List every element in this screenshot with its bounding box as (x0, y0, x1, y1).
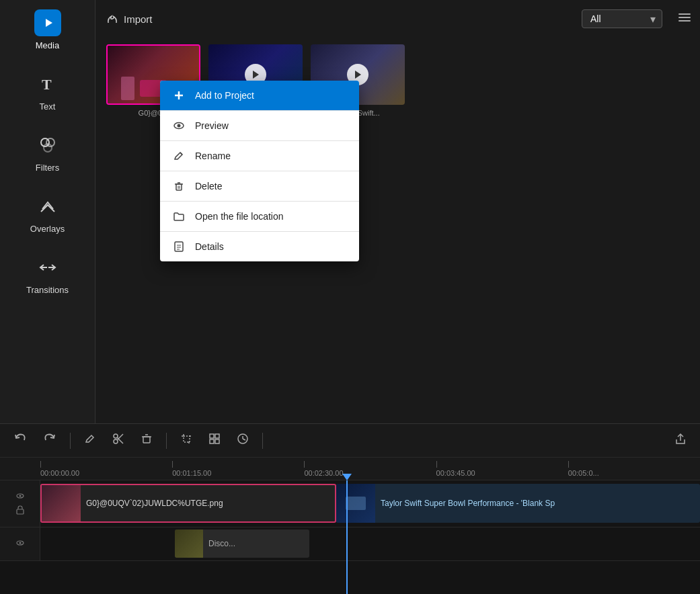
ctx-preview-label: Preview (195, 120, 229, 131)
track-body-1: G0}@0UQV`02)JUWLDC%UTGE.png Taylor Swift… (40, 480, 700, 527)
share-button[interactable] (672, 430, 689, 451)
eye-small-icon (15, 491, 25, 501)
track-visibility-btn[interactable] (15, 491, 25, 503)
delete-icon (141, 433, 153, 445)
svg-rect-17 (176, 184, 182, 190)
track-controls-1 (0, 480, 40, 527)
track-lock-btn[interactable] (16, 505, 24, 517)
svg-rect-9 (678, 17, 691, 18)
sidebar-item-transitions[interactable]: Transitions (0, 245, 95, 302)
svg-rect-30 (143, 437, 150, 443)
svg-rect-47 (17, 509, 24, 514)
pencil-icon (172, 149, 186, 163)
playhead[interactable] (346, 480, 348, 594)
ctx-delete-label: Delete (195, 181, 222, 192)
sidebar-item-transitions-label: Transitions (26, 285, 69, 295)
tl-separator-3 (262, 433, 263, 449)
clip-label-1: G0}@0UQV`02)JUWLDC%UTGE.png (81, 499, 229, 508)
folder-icon (172, 210, 186, 223)
scissors-button[interactable] (110, 430, 127, 451)
svg-line-29 (118, 434, 124, 440)
svg-rect-40 (210, 439, 214, 443)
ctx-open-file-location[interactable]: Open the file location (160, 202, 359, 232)
ctx-preview[interactable]: Preview (160, 111, 359, 141)
sidebar-item-filters-label: Filters (36, 163, 59, 173)
svg-marker-12 (355, 71, 361, 79)
overlays-icon (34, 193, 61, 220)
svg-rect-8 (678, 13, 691, 15)
clock-button[interactable] (234, 430, 251, 451)
ctx-details-label: Details (195, 241, 224, 252)
svg-point-27 (114, 439, 118, 443)
ruler-time-2: 00:02:30.00 (304, 469, 343, 477)
svg-rect-38 (210, 434, 214, 438)
svg-line-44 (243, 439, 245, 440)
svg-rect-39 (215, 434, 219, 438)
filter-select[interactable]: All Video Audio Image (582, 9, 662, 28)
ctx-delete[interactable]: Delete (160, 171, 359, 202)
import-label: Import (124, 13, 153, 25)
clip-image-3[interactable]: Disco... (175, 529, 309, 558)
share-icon (674, 433, 687, 445)
ruler-time-3: 00:03:45.00 (436, 469, 475, 477)
sidebar-item-overlays-label: Overlays (30, 224, 65, 234)
delete-button[interactable] (138, 430, 155, 451)
ruler-tick-3 (436, 461, 437, 468)
clip-image-1[interactable]: G0}@0UQV`02)JUWLDC%UTGE.png (40, 484, 336, 523)
sidebar-item-media[interactable]: Media (0, 0, 95, 57)
track-visibility-btn-2[interactable] (15, 538, 25, 550)
ruler-time-1: 00:01:15.00 (172, 469, 211, 477)
track-row-1: G0}@0UQV`02)JUWLDC%UTGE.png Taylor Swift… (0, 480, 700, 527)
playhead-triangle (342, 474, 352, 480)
svg-point-26 (114, 434, 118, 438)
transitions-icon (34, 254, 61, 281)
pencil-tool-icon (84, 433, 96, 445)
hamburger-icon (677, 10, 692, 25)
track-area: G0}@0UQV`02)JUWLDC%UTGE.png Taylor Swift… (0, 480, 700, 594)
crop-icon (180, 433, 192, 445)
scissors-icon (112, 433, 124, 445)
track-body-2: Disco... (40, 527, 700, 560)
ruler-mark-3: 00:03:45.00 (436, 461, 568, 477)
redo-button[interactable] (40, 429, 59, 452)
pencil-tool-button[interactable] (81, 430, 99, 451)
play-icon-2 (251, 70, 260, 79)
svg-rect-22 (175, 242, 183, 251)
text-icon: T (34, 71, 61, 97)
sidebar-item-filters[interactable]: Filters (0, 122, 95, 179)
ruler-tick-2 (304, 461, 305, 468)
filter-dropdown[interactable]: All Video Audio Image (582, 9, 662, 28)
context-menu: Add to Project Preview Rename (160, 81, 359, 261)
ruler-mark-0: 00:00:00.00 (40, 461, 172, 477)
sidebar-item-text[interactable]: T Text (0, 61, 95, 118)
ruler-mark-2: 00:02:30.00 (304, 461, 436, 477)
tl-separator-1 (70, 433, 71, 449)
clip-video-2[interactable]: Taylor Swift Super Bowl Performance - 'B… (336, 484, 700, 523)
ctx-details[interactable]: Details (160, 232, 359, 261)
ctx-rename[interactable]: Rename (160, 141, 359, 171)
undo-button[interactable] (11, 429, 30, 452)
grid-button[interactable] (206, 430, 223, 451)
ruler-marks: 00:00:00.00 00:01:15.00 00:02:30.00 00:0… (40, 458, 700, 480)
import-button[interactable]: Import (106, 13, 153, 25)
tl-separator-2 (166, 433, 167, 449)
ctx-open-file-location-label: Open the file location (195, 211, 284, 222)
grid-icon (208, 433, 221, 445)
menu-icon-button[interactable] (677, 10, 692, 28)
svg-text:T: T (42, 76, 52, 93)
clip-label-2: Taylor Swift Super Bowl Performance - 'B… (375, 499, 560, 508)
ctx-add-to-project[interactable]: Add to Project (160, 81, 359, 111)
svg-rect-10 (678, 20, 691, 22)
ruler-tick-4 (568, 461, 569, 468)
svg-marker-0 (46, 19, 52, 27)
sidebar-item-overlays[interactable]: Overlays (0, 183, 95, 241)
clip-thumb-1 (42, 485, 81, 521)
filters-icon (34, 132, 61, 159)
svg-point-16 (178, 124, 181, 128)
ctx-add-to-project-label: Add to Project (195, 90, 254, 101)
ruler-time-0: 00:00:00.00 (40, 469, 79, 477)
ruler-mark-4: 00:05:0... (568, 461, 700, 477)
plus-icon (172, 89, 186, 102)
import-icon (106, 13, 118, 25)
crop-button[interactable] (178, 430, 195, 451)
